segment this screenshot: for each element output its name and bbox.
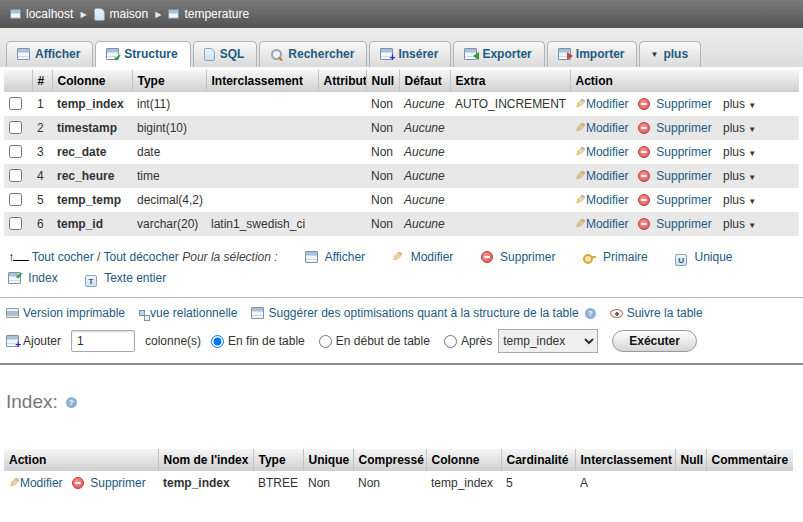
cell-attributs [318, 92, 366, 116]
printer-icon [6, 308, 19, 318]
modifier-link[interactable]: ✎Modifier [575, 121, 629, 135]
columns-table-header-row: # Colonne Type Interclassement Attributs… [4, 70, 799, 92]
divider [0, 297, 803, 298]
pencil-icon: ✎ [575, 217, 586, 230]
print-view-link[interactable]: Version imprimable [6, 306, 125, 320]
relational-view-link[interactable]: vue relationnelle [139, 306, 237, 320]
cell-num: 2 [32, 116, 52, 140]
row-checkbox[interactable] [9, 145, 22, 158]
modifier-link[interactable]: ✎Modifier [9, 476, 63, 490]
execute-button[interactable]: Exécuter [612, 330, 697, 352]
suggest-optimizations-link[interactable]: Suggérer des optimisations quant à la st… [251, 306, 578, 320]
row-checkbox[interactable] [9, 169, 22, 182]
row-checkbox[interactable] [9, 217, 22, 230]
tab-exporter[interactable]: Exporter [453, 41, 544, 67]
supprimer-link[interactable]: Supprimer [638, 97, 712, 111]
plus-menu[interactable]: plus ▼ [723, 217, 756, 231]
cell-colonne: rec_heure [52, 164, 132, 188]
plus-menu[interactable]: plus ▼ [723, 145, 756, 159]
check-all-link[interactable]: Tout cocher [32, 250, 94, 264]
cell-defaut: Aucune [399, 212, 450, 236]
supprimer-link[interactable]: Supprimer [72, 476, 146, 490]
header-action: Action [570, 70, 799, 92]
index-table: Action Nom de l'index Type Unique Compre… [4, 449, 793, 495]
selected-index-button[interactable]: Index [8, 271, 61, 285]
selected-primary-button[interactable]: Primaire [583, 250, 651, 264]
header-collation: Interclassement [575, 449, 675, 471]
radio-end-of-table[interactable] [211, 335, 224, 348]
radio-after-column[interactable] [444, 335, 457, 348]
supprimer-link[interactable]: Supprimer [638, 121, 712, 135]
cell-defaut: Aucune [399, 140, 450, 164]
tab-inserer[interactable]: Insérer [369, 41, 451, 67]
breadcrumb-table[interactable]: temperature [168, 7, 249, 21]
radio-begin-of-table[interactable] [319, 335, 332, 348]
row-checkbox[interactable] [9, 121, 22, 134]
supprimer-link[interactable]: Supprimer [638, 145, 712, 159]
selected-browse-button[interactable]: Afficher [305, 250, 368, 264]
help-icon[interactable]: ? [585, 308, 596, 319]
supprimer-link[interactable]: Supprimer [638, 169, 712, 183]
table-row: 6 temp_id varchar(20) latin1_swedish_ci … [4, 212, 799, 236]
cell-type: varchar(20) [132, 212, 206, 236]
cell-defaut: Aucune [399, 116, 450, 140]
cell-num: 5 [32, 188, 52, 212]
modifier-link[interactable]: ✎Modifier [575, 217, 629, 231]
breadcrumb: localhost ▶ maison ▶ temperature [0, 0, 803, 28]
tab-sql[interactable]: SQL [193, 41, 258, 67]
header-type: Type [132, 70, 206, 92]
cell-defaut: Aucune [399, 164, 450, 188]
tab-rechercher[interactable]: Rechercher [259, 41, 367, 67]
row-checkbox[interactable] [9, 193, 22, 206]
modifier-link[interactable]: ✎Modifier [575, 169, 629, 183]
structure-icon [106, 48, 119, 60]
header-unique: Unique [303, 449, 353, 471]
tab-structure[interactable]: Structure [95, 41, 190, 67]
modifier-link[interactable]: ✎Modifier [575, 97, 629, 111]
supprimer-link[interactable]: Supprimer [638, 217, 712, 231]
plus-menu[interactable]: plus ▼ [723, 97, 756, 111]
modifier-link[interactable]: ✎Modifier [575, 193, 629, 207]
tab-importer[interactable]: Importer [547, 41, 638, 67]
option-begin-of-table[interactable]: En début de table [319, 334, 430, 348]
table-row: 2 timestamp bigint(10) Non Aucune ✎Modif… [4, 116, 799, 140]
cell-interclassement: latin1_swedish_ci [206, 212, 318, 236]
selected-edit-button[interactable]: ✎ Modifier [392, 250, 456, 264]
add-column-form: Ajouter colonne(s) En fin de table En dé… [6, 329, 803, 353]
selected-drop-button[interactable]: Supprimer [481, 250, 559, 264]
after-column-select[interactable]: temp_index [498, 329, 598, 353]
track-table-link[interactable]: Suivre la table [610, 306, 703, 320]
uncheck-all-link[interactable]: Tout décocher [103, 250, 178, 264]
server-icon [10, 9, 21, 19]
tab-sql-label: SQL [220, 47, 245, 61]
selected-unique-button[interactable]: U Unique [675, 250, 732, 264]
tab-plus[interactable]: ▼ plus [639, 41, 701, 67]
plus-menu[interactable]: plus ▼ [723, 193, 756, 207]
plus-menu[interactable]: plus ▼ [723, 169, 756, 183]
columns-table: # Colonne Type Interclassement Attributs… [4, 70, 799, 236]
selected-fulltext-button[interactable]: T Texte entier [85, 271, 166, 285]
row-checkbox[interactable] [9, 97, 22, 110]
remove-icon [638, 194, 650, 206]
option-after-column[interactable]: Après [444, 334, 492, 348]
cell-null: Non [366, 140, 399, 164]
modifier-link[interactable]: ✎Modifier [575, 145, 629, 159]
check-all-group: ↑ Tout cocher / Tout décocher Pour la sé… [8, 250, 281, 264]
cell-type: int(11) [132, 92, 206, 116]
cell-interclassement [206, 188, 318, 212]
remove-icon [638, 218, 650, 230]
tab-afficher[interactable]: Afficher [6, 41, 93, 67]
help-icon[interactable]: ? [66, 397, 77, 408]
header-checkbox [4, 70, 32, 92]
option-end-of-table[interactable]: En fin de table [211, 334, 305, 348]
cell-type: bigint(10) [132, 116, 206, 140]
cell-attributs [318, 188, 366, 212]
browse-icon [305, 251, 318, 263]
column-count-input[interactable] [71, 330, 135, 352]
cell-num: 4 [32, 164, 52, 188]
table-row: 5 temp_temp decimal(4,2) Non Aucune ✎Mod… [4, 188, 799, 212]
supprimer-link[interactable]: Supprimer [638, 193, 712, 207]
breadcrumb-database[interactable]: maison [94, 7, 149, 21]
plus-menu[interactable]: plus ▼ [723, 121, 756, 135]
breadcrumb-server[interactable]: localhost [10, 7, 73, 21]
